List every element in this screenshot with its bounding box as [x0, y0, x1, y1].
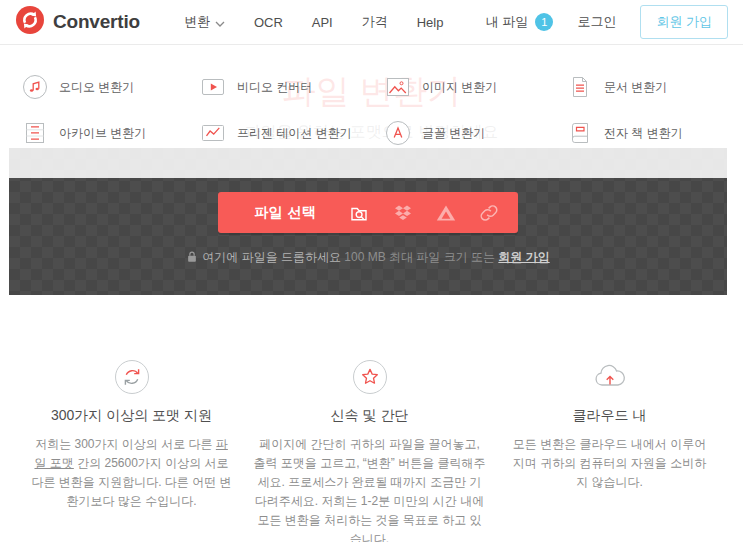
lock-icon — [186, 250, 198, 263]
header: Convertio 변환 OCR API 가격 Help 내 파일 1 로그인 … — [0, 0, 743, 45]
video-play-icon — [200, 74, 226, 100]
upload-source-icons — [348, 202, 500, 224]
login-link[interactable]: 로그인 — [577, 13, 616, 31]
my-files-label: 내 파일 — [486, 13, 529, 31]
computer-browse-icon[interactable] — [348, 202, 371, 224]
feature-body-text: 페이지에 간단히 귀하의 파일을 끌어놓고, 출력 포맷을 고르고, “변환” … — [254, 437, 486, 542]
nav-item-help[interactable]: Help — [417, 15, 444, 30]
cloud-upload-icon — [508, 359, 712, 395]
main-nav: 변환 OCR API 가격 Help — [184, 13, 444, 31]
ebook-icon — [567, 120, 593, 146]
presentation-chart-icon — [200, 120, 226, 146]
menu-item-document-converter[interactable]: 문서 변환기 — [567, 72, 743, 102]
feature-body: 저희는 300가지 이상의 서로 다른 파일 포맷 간의 25600가지 이상의… — [32, 435, 232, 511]
convert-menu-overlay: 오디오 변환기 비디오 컨버터 이미지 변환기 — [0, 45, 743, 178]
nav-item-ocr[interactable]: OCR — [254, 15, 283, 30]
convertio-logo-icon — [15, 5, 45, 39]
signup-button[interactable]: 회원 가입 — [640, 5, 728, 39]
logo-text: Convertio — [53, 11, 140, 33]
menu-item-label: 오디오 변환기 — [59, 79, 134, 96]
menu-item-label: 글꼴 변환기 — [422, 125, 485, 142]
feature-body-text: 모든 변환은 클라우드 내에서 이루어지며 귀하의 컴퓨터의 자원을 소비하지 … — [513, 437, 706, 489]
menu-item-label: 프리젠 테이션 변환기 — [237, 125, 352, 142]
audio-note-icon — [22, 74, 48, 100]
nav-convert-label: 변환 — [184, 13, 210, 31]
feature-title: 신속 및 간단 — [254, 407, 486, 425]
url-link-icon[interactable] — [478, 202, 500, 224]
feature-body: 페이지에 간단히 귀하의 파일을 끌어놓고, 출력 포맷을 고르고, “변환” … — [254, 435, 486, 542]
my-files-link[interactable]: 내 파일 1 — [486, 13, 554, 31]
drop-hint: 여기에 파일을 드롭하세요 100 MB 최대 파일 크기 또는 회원 가입 — [9, 249, 727, 266]
feature-body: 모든 변환은 클라우드 내에서 이루어지며 귀하의 컴퓨터의 자원을 소비하지 … — [508, 435, 712, 492]
menu-item-ebook-converter[interactable]: 전자 책 변환기 — [567, 118, 743, 148]
star-icon — [254, 359, 486, 395]
image-picture-icon — [385, 74, 411, 100]
menu-item-label: 전자 책 변환기 — [604, 125, 683, 142]
feature-title: 300가지 이상의 포맷 지원 — [32, 407, 232, 425]
header-right: 내 파일 1 로그인 회원 가입 — [486, 5, 728, 39]
google-drive-icon[interactable] — [435, 203, 457, 223]
chevron-down-icon — [215, 15, 225, 30]
menu-item-presentation-converter[interactable]: 프리젠 테이션 변환기 — [200, 118, 385, 148]
drop-hint-text: 여기에 파일을 드롭하세요 — [202, 250, 341, 264]
dropbox-icon[interactable] — [392, 203, 414, 223]
feature-body-text: 저희는 300가지 이상의 서로 다른 — [35, 437, 216, 451]
hero-section: 파일 변환기 파일을 원하는 포맷으로 변경하세요 파일 선택 — [0, 45, 743, 295]
menu-item-audio-converter[interactable]: 오디오 변환기 — [22, 72, 200, 102]
menu-item-label: 비디오 컨버터 — [237, 79, 312, 96]
menu-item-archive-converter[interactable]: 아카이브 변환기 — [22, 118, 200, 148]
convert-menu-grid: 오디오 변환기 비디오 컨버터 이미지 변환기 — [0, 45, 743, 148]
menu-item-label: 문서 변환기 — [604, 79, 667, 96]
nav-item-pricing[interactable]: 가격 — [362, 13, 388, 31]
feature-formats: 300가지 이상의 포맷 지원 저희는 300가지 이상의 서로 다른 파일 포… — [32, 359, 232, 542]
archive-icon — [22, 120, 48, 146]
document-icon — [567, 74, 593, 100]
size-limit-text: 100 MB 최대 파일 크기 또는 — [344, 250, 495, 264]
feature-title: 클라우드 내 — [508, 407, 712, 425]
menu-item-image-converter[interactable]: 이미지 변환기 — [385, 72, 567, 102]
font-letter-icon — [385, 120, 411, 146]
signup-link[interactable]: 회원 가입 — [498, 250, 549, 264]
features-section: 300가지 이상의 포맷 지원 저희는 300가지 이상의 서로 다른 파일 포… — [32, 359, 712, 542]
menu-item-video-converter[interactable]: 비디오 컨버터 — [200, 72, 385, 102]
nav-item-api[interactable]: API — [312, 15, 333, 30]
convert-arrows-icon — [32, 359, 232, 395]
my-files-count-badge: 1 — [535, 13, 553, 31]
feature-fast-easy: 신속 및 간단 페이지에 간단히 귀하의 파일을 끌어놓고, 출력 포맷을 고르… — [254, 359, 486, 542]
convertio-logo[interactable]: Convertio — [15, 5, 140, 39]
select-files-label: 파일 선택 — [254, 204, 316, 222]
nav-item-convert[interactable]: 변환 — [184, 13, 225, 31]
menu-item-label: 이미지 변환기 — [422, 79, 497, 96]
menu-item-label: 아카이브 변환기 — [59, 125, 146, 142]
menu-item-font-converter[interactable]: 글꼴 변환기 — [385, 118, 567, 148]
feature-cloud: 클라우드 내 모든 변환은 클라우드 내에서 이루어지며 귀하의 컴퓨터의 자원… — [508, 359, 712, 542]
select-files-button[interactable]: 파일 선택 — [218, 192, 518, 233]
